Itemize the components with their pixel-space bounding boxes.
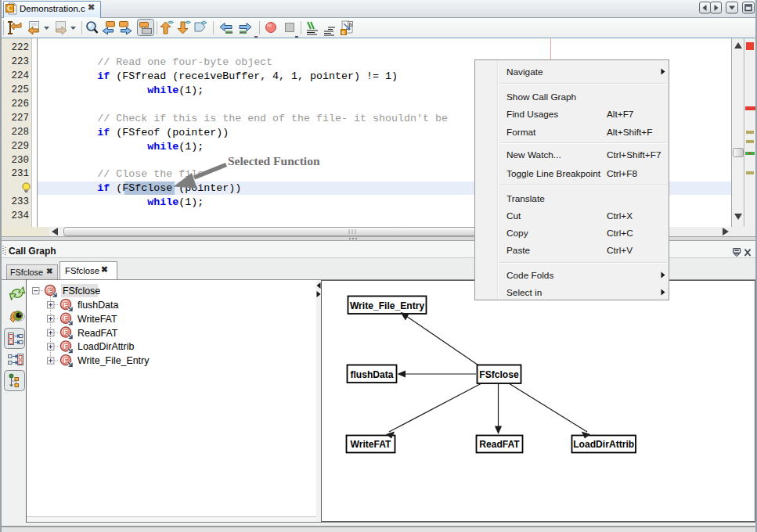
svg-text:flushData: flushData	[350, 369, 393, 380]
svg-text:flushData: flushData	[78, 300, 118, 311]
svg-text:FSfclose: FSfclose	[63, 286, 100, 297]
svg-text:LoadDirAttrib: LoadDirAttrib	[573, 439, 634, 450]
svg-text:Write_File_Entry: Write_File_Entry	[78, 355, 150, 366]
svg-text:Write_File_Entry: Write_File_Entry	[350, 300, 424, 311]
svg-text:c: c	[342, 30, 345, 35]
svg-text:h: h	[349, 22, 352, 27]
svg-text:C: C	[7, 4, 13, 13]
svg-text:Selected Function: Selected Function	[228, 154, 320, 167]
svg-text:FSfclose: FSfclose	[479, 369, 519, 380]
svg-text:WriteFAT: WriteFAT	[78, 314, 117, 325]
svg-text:ReadFAT: ReadFAT	[78, 328, 118, 339]
svg-text:ReadFAT: ReadFAT	[479, 439, 520, 450]
svg-text:LoadDirAttrib: LoadDirAttrib	[78, 341, 134, 352]
svg-text:WriteFAT: WriteFAT	[351, 439, 392, 450]
